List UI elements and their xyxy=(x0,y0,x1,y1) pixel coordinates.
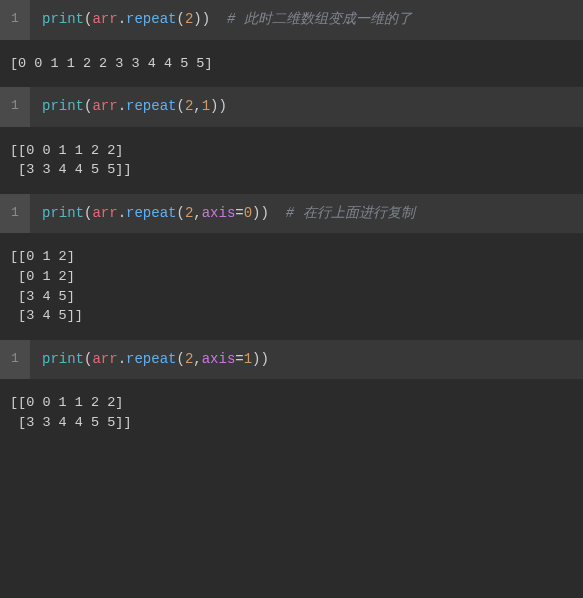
paren-open: ( xyxy=(176,98,184,114)
method-name: repeat xyxy=(126,11,176,27)
output-cell: [[0 1 2] [0 1 2] [3 4 5] [3 4 5]] xyxy=(0,233,583,339)
comma: , xyxy=(193,98,201,114)
code-line: print(arr.repeat(2)) # 此时二维数组变成一维的了 xyxy=(30,0,583,40)
output-cell: [[0 0 1 1 2 2] [3 3 4 4 5 5]] xyxy=(0,127,583,194)
builtin-function: print xyxy=(42,351,84,367)
builtin-function: print xyxy=(42,11,84,27)
code-cell: 1print(arr.repeat(2)) # 此时二维数组变成一维的了 xyxy=(0,0,583,40)
paren-close: ) xyxy=(210,98,218,114)
line-number-gutter: 1 xyxy=(0,87,30,127)
builtin-function: print xyxy=(42,98,84,114)
paren-open: ( xyxy=(176,11,184,27)
code-line: print(arr.repeat(2,axis=1)) xyxy=(30,340,583,380)
equals-sign: = xyxy=(235,351,243,367)
number-literal: 1 xyxy=(202,98,210,114)
kwarg-name: axis xyxy=(202,205,236,221)
method-name: repeat xyxy=(126,351,176,367)
code-line: print(arr.repeat(2,axis=0)) # 在行上面进行复制 xyxy=(30,194,583,234)
code-cell: 1print(arr.repeat(2,1)) xyxy=(0,87,583,127)
line-number-gutter: 1 xyxy=(0,194,30,234)
kwarg-name: axis xyxy=(202,351,236,367)
identifier: arr xyxy=(92,205,117,221)
identifier: arr xyxy=(92,98,117,114)
equals-sign: = xyxy=(235,205,243,221)
paren-close: ) xyxy=(252,205,260,221)
dot: . xyxy=(118,351,126,367)
method-name: repeat xyxy=(126,205,176,221)
builtin-function: print xyxy=(42,205,84,221)
paren-open: ( xyxy=(176,351,184,367)
number-literal: 0 xyxy=(244,205,252,221)
output-cell: [[0 0 1 1 2 2] [3 3 4 4 5 5]] xyxy=(0,379,583,446)
comma: , xyxy=(193,205,201,221)
identifier: arr xyxy=(92,351,117,367)
paren-close: ) xyxy=(202,11,210,27)
dot: . xyxy=(118,98,126,114)
paren-close: ) xyxy=(261,351,269,367)
paren-open: ( xyxy=(176,205,184,221)
code-comment: # 在行上面进行复制 xyxy=(286,205,415,221)
dot: . xyxy=(118,205,126,221)
paren-close: ) xyxy=(252,351,260,367)
line-number-gutter: 1 xyxy=(0,0,30,40)
notebook-root: 1print(arr.repeat(2)) # 此时二维数组变成一维的了[0 0… xyxy=(0,0,583,446)
identifier: arr xyxy=(92,11,117,27)
code-comment: # 此时二维数组变成一维的了 xyxy=(227,11,412,27)
line-number-gutter: 1 xyxy=(0,340,30,380)
method-name: repeat xyxy=(126,98,176,114)
dot: . xyxy=(118,11,126,27)
paren-close: ) xyxy=(193,11,201,27)
code-cell: 1print(arr.repeat(2,axis=0)) # 在行上面进行复制 xyxy=(0,194,583,234)
output-cell: [0 0 1 1 2 2 3 3 4 4 5 5] xyxy=(0,40,583,88)
paren-close: ) xyxy=(219,98,227,114)
code-line: print(arr.repeat(2,1)) xyxy=(30,87,583,127)
code-cell: 1print(arr.repeat(2,axis=1)) xyxy=(0,340,583,380)
comma: , xyxy=(193,351,201,367)
number-literal: 1 xyxy=(244,351,252,367)
paren-close: ) xyxy=(261,205,269,221)
